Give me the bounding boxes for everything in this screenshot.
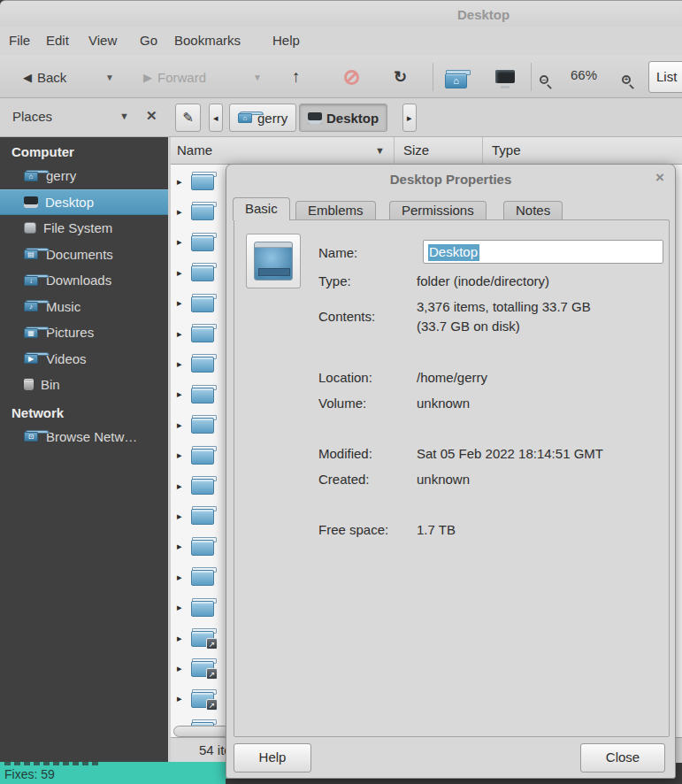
folder-icon [191, 567, 215, 587]
back-history-dropdown[interactable]: ▼ [105, 65, 114, 89]
crumb-scroll-left[interactable]: ◂ [209, 104, 223, 132]
expand-icon[interactable]: ▸ [177, 602, 184, 613]
column-label: Type [492, 142, 521, 158]
sidebar-item-browse-network[interactable]: ⊡ Browse Netw… [0, 424, 168, 450]
sidebar-item-file-system[interactable]: File System [0, 215, 168, 242]
expand-icon[interactable]: ▸ [177, 511, 184, 522]
folder-icon [191, 172, 215, 191]
breadcrumb-gerry[interactable]: ⌂ gerry [229, 104, 296, 132]
home-button[interactable]: ⌂ [445, 66, 468, 91]
menu-help[interactable]: Help [272, 33, 300, 48]
expand-icon[interactable]: ▸ [177, 358, 184, 370]
column-header-type[interactable]: Type [483, 137, 682, 165]
expand-icon[interactable]: ▸ [177, 419, 184, 431]
pencil-icon: ✎ [182, 110, 194, 126]
sidebar-item-pictures[interactable]: ▦ Pictures [0, 319, 168, 346]
zoom-out-button[interactable]: – [540, 69, 553, 94]
videos-folder-icon: ▶ [24, 352, 39, 365]
modified-label: Modified: [318, 446, 372, 461]
expand-icon[interactable]: ▸ [177, 388, 184, 400]
expand-icon[interactable]: ▸ [177, 480, 184, 492]
menubar: File Edit View Go Bookmarks Help [0, 27, 682, 56]
zoom-in-button[interactable]: + [622, 69, 635, 94]
expand-icon[interactable]: ▸ [177, 176, 184, 188]
column-header-name[interactable]: Name ▼ [168, 137, 395, 165]
show-desktop-button[interactable] [495, 66, 515, 91]
sidebar-item-gerry[interactable]: ⌂ gerry [0, 163, 168, 189]
sidebar-item-documents[interactable]: ▤ Documents [0, 242, 168, 268]
tab-permissions[interactable]: Permissions [389, 201, 487, 220]
pane-divider[interactable] [168, 137, 171, 763]
expand-icon[interactable]: ▸ [177, 693, 184, 704]
desktop-icon [254, 242, 293, 281]
menu-go[interactable]: Go [140, 33, 157, 48]
contents-value-line2: (33.7 GB on disk) [417, 319, 520, 334]
sidebar-item-label: Videos [46, 351, 87, 366]
view-mode-label: List [656, 69, 677, 84]
breadcrumb-label: Desktop [326, 111, 379, 126]
sidebar-item-label: File System [43, 220, 112, 235]
expand-icon[interactable]: ▸ [177, 663, 184, 674]
expand-icon[interactable]: ▸ [177, 267, 184, 279]
horizontal-scrollbar[interactable] [173, 726, 230, 737]
places-close-icon[interactable]: ✕ [146, 108, 157, 124]
sidebar-item-label: Pictures [46, 325, 94, 340]
close-button[interactable]: Close [580, 743, 665, 772]
tab-emblems[interactable]: Emblems [295, 201, 376, 220]
breadcrumb-desktop[interactable]: Desktop [299, 104, 387, 132]
chevron-right-icon: ▸ [407, 112, 412, 124]
expand-icon[interactable]: ▸ [177, 236, 184, 248]
desktop-icon [308, 112, 322, 124]
file-icon-button[interactable] [246, 234, 301, 288]
sidebar-item-desktop[interactable]: Desktop [0, 189, 168, 216]
forward-history-dropdown[interactable]: ▼ [253, 65, 262, 89]
close-icon[interactable]: × [655, 169, 664, 187]
crumb-scroll-right[interactable]: ▸ [402, 104, 417, 132]
pictures-folder-icon: ▦ [24, 327, 39, 339]
background-window[interactable]: Fixes: 59 [0, 762, 228, 784]
expand-icon[interactable]: ▸ [177, 541, 184, 552]
volume-label: Volume: [318, 396, 366, 411]
tab-label: Emblems [308, 203, 364, 218]
stop-button[interactable] [344, 65, 359, 89]
dialog-title: Desktop Properties [226, 172, 675, 187]
filesystem-icon [24, 222, 36, 234]
name-input[interactable]: Desktop [423, 240, 663, 264]
sidebar-item-bin[interactable]: Bin [0, 372, 168, 398]
back-button[interactable]: ◀ Back [23, 65, 66, 89]
expand-icon[interactable]: ▸ [177, 572, 184, 583]
places-dropdown-icon[interactable]: ▼ [119, 111, 129, 121]
sidebar-item-music[interactable]: ♪ Music [0, 294, 168, 320]
sidebar-item-downloads[interactable]: ↓ Downloads [0, 267, 168, 294]
view-mode-select[interactable]: List [648, 61, 682, 93]
refresh-button[interactable]: ↻ [394, 65, 407, 89]
sidebar-item-label: Downloads [46, 273, 111, 288]
menu-bookmarks[interactable]: Bookmarks [174, 33, 241, 48]
column-header-size[interactable]: Size [395, 137, 483, 165]
help-label: Help [259, 749, 287, 765]
forward-button[interactable]: ▶ Forward [143, 65, 206, 89]
modified-value: Sat 05 Feb 2022 18:14:51 GMT [417, 446, 603, 461]
up-button[interactable]: ↑ [292, 65, 301, 89]
expand-icon[interactable]: ▸ [177, 206, 184, 218]
contents-value-line1: 3,376 items, totalling 33.7 GB [417, 299, 591, 314]
name-value-selected: Desktop [428, 244, 479, 261]
edit-location-button[interactable]: ✎ [175, 104, 201, 132]
window-titlebar[interactable]: Desktop [0, 0, 682, 27]
refresh-icon: ↻ [394, 67, 407, 87]
symlink-arrow-icon: ↗ [206, 699, 218, 711]
menu-view[interactable]: View [88, 33, 117, 48]
menu-file[interactable]: File [9, 33, 30, 48]
tab-basic[interactable]: Basic [233, 197, 290, 220]
expand-icon[interactable]: ▸ [177, 450, 184, 461]
expand-icon[interactable]: ▸ [177, 633, 184, 644]
music-folder-icon: ♪ [24, 300, 39, 312]
sidebar-item-videos[interactable]: ▶ Videos [0, 346, 168, 373]
expand-icon[interactable]: ▸ [177, 297, 184, 309]
tab-notes[interactable]: Notes [503, 201, 563, 220]
expand-icon[interactable]: ▸ [177, 328, 184, 340]
menu-edit[interactable]: Edit [46, 33, 69, 48]
help-button[interactable]: Help [234, 743, 311, 772]
places-label[interactable]: Places [12, 109, 52, 124]
zoom-out-icon: – [540, 75, 553, 88]
